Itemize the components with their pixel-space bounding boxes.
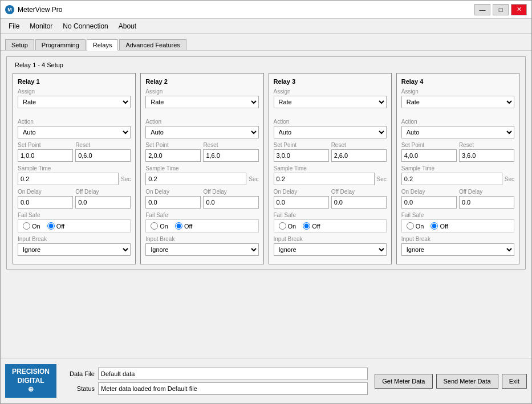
fail-safe-on-label-3[interactable]: On [279, 222, 297, 230]
off-delay-label-2: Off Delay [203, 189, 258, 195]
off-delay-col-1: Off Delay [75, 189, 131, 209]
footer-buttons: Get Meter Data Send Meter Data Exit [375, 374, 527, 389]
fail-safe-off-radio-2[interactable] [175, 222, 182, 230]
sample-time-input-2[interactable] [145, 173, 246, 185]
status-input[interactable] [98, 382, 368, 395]
assign-select-1[interactable]: Rate [18, 96, 131, 108]
window-title: MeterView Pro [18, 6, 62, 14]
reset-col-4: Reset [459, 142, 514, 162]
relay-setup-group: Relay 1 - 4 Setup Relay 1 Assign Rate Ac… [6, 56, 526, 270]
fail-safe-on-radio-3[interactable] [279, 222, 286, 230]
get-meter-data-button[interactable]: Get Meter Data [375, 374, 432, 389]
action-select-4[interactable]: Auto [401, 126, 514, 138]
tab-relays[interactable]: Relays [87, 39, 119, 51]
assign-select-4[interactable]: Rate [401, 96, 514, 108]
action-select-3[interactable]: Auto [274, 126, 387, 138]
off-delay-col-4: Off Delay [459, 189, 514, 209]
tab-setup[interactable]: Setup [5, 39, 34, 50]
logo-symbol: ⊕ [11, 385, 51, 394]
on-delay-input-1[interactable] [18, 196, 73, 209]
setpoint-input-4[interactable] [401, 149, 457, 162]
fail-safe-off-radio-1[interactable] [47, 222, 55, 230]
off-delay-col-3: Off Delay [331, 189, 387, 209]
input-break-select-3[interactable]: Ignore [274, 243, 387, 256]
fail-safe-on-radio-4[interactable] [407, 222, 414, 230]
setpoint-col-3: Set Point [274, 142, 329, 162]
off-delay-input-3[interactable] [331, 196, 387, 209]
sample-time-input-row-1: Sec [18, 173, 131, 185]
tab-advanced-features[interactable]: Advanced Features [119, 39, 186, 50]
setpoint-input-2[interactable] [145, 149, 201, 162]
on-delay-col-2: On Delay [145, 189, 201, 209]
sample-time-input-4[interactable] [401, 173, 502, 185]
off-delay-input-4[interactable] [459, 196, 514, 209]
delays-row-4: On Delay Off Delay [401, 189, 514, 209]
menu-about[interactable]: About [114, 21, 141, 31]
fail-safe-on-label-1[interactable]: On [23, 222, 40, 230]
relay-panel-4: Relay 4 Assign Rate Action Auto Set Poin… [396, 73, 519, 264]
fail-safe-options-1: On Off [18, 219, 131, 232]
on-delay-input-4[interactable] [401, 196, 457, 209]
on-delay-input-2[interactable] [145, 196, 201, 209]
title-bar-left: M MeterView Pro [5, 5, 62, 14]
setpoint-input-1[interactable] [18, 149, 73, 162]
relay-title-4: Relay 4 [401, 78, 514, 85]
fail-safe-off-label-2[interactable]: Off [175, 222, 192, 230]
reset-col-1: Reset [75, 142, 131, 162]
menu-monitor[interactable]: Monitor [25, 21, 57, 31]
fail-safe-off-label-1[interactable]: Off [47, 222, 64, 230]
reset-input-2[interactable] [203, 149, 258, 162]
fail-safe-on-label-4[interactable]: On [407, 222, 424, 230]
input-break-select-1[interactable]: Ignore [18, 243, 131, 256]
setpoint-label-4: Set Point [401, 142, 457, 148]
maximize-button[interactable]: □ [493, 4, 509, 15]
fail-safe-off-radio-3[interactable] [303, 222, 310, 230]
relay-title-3: Relay 3 [274, 78, 387, 85]
action-label-3: Action [274, 119, 387, 125]
input-break-select-2[interactable]: Ignore [145, 243, 258, 256]
fail-safe-off-label-4[interactable]: Off [431, 222, 448, 230]
fail-safe-on-radio-2[interactable] [151, 222, 158, 230]
reset-input-1[interactable] [75, 149, 131, 162]
close-button[interactable]: ✕ [511, 4, 527, 15]
off-delay-input-2[interactable] [203, 196, 258, 209]
sample-time-input-3[interactable] [274, 173, 375, 185]
tab-programming[interactable]: Programming [35, 39, 86, 50]
fail-safe-on-radio-1[interactable] [23, 222, 30, 230]
fail-safe-options-3: On Off [274, 219, 387, 232]
menu-file[interactable]: File [4, 21, 24, 31]
input-break-label-2: Input Break [145, 236, 258, 242]
input-break-label-1: Input Break [18, 236, 131, 242]
fail-safe-off-label-3[interactable]: Off [303, 222, 320, 230]
reset-label-2: Reset [203, 142, 258, 148]
reset-col-2: Reset [203, 142, 258, 162]
data-file-input[interactable] [98, 368, 368, 380]
setpoint-reset-row-1: Set Point Reset [18, 142, 131, 162]
action-select-1[interactable]: Auto [18, 126, 131, 138]
minimize-button[interactable]: — [474, 4, 490, 15]
sample-time-row-4: Sample Time Sec [401, 165, 514, 185]
assign-select-2[interactable]: Rate [145, 96, 258, 108]
setpoint-input-3[interactable] [274, 149, 329, 162]
input-break-select-4[interactable]: Ignore [401, 243, 514, 256]
title-bar-controls: — □ ✕ [474, 4, 527, 15]
exit-button[interactable]: Exit [502, 374, 527, 389]
sample-time-label-3: Sample Time [274, 165, 387, 172]
footer-fields: Data File Status [63, 368, 368, 395]
reset-input-4[interactable] [459, 149, 514, 162]
input-break-label-4: Input Break [401, 236, 514, 242]
action-select-2[interactable]: Auto [145, 126, 258, 138]
assign-select-3[interactable]: Rate [274, 96, 387, 108]
fail-safe-on-label-2[interactable]: On [151, 222, 168, 230]
data-file-row: Data File [63, 368, 368, 380]
relay-panel-3: Relay 3 Assign Rate Action Auto Set Poin… [269, 73, 392, 264]
assign-label-4: Assign [401, 88, 514, 95]
on-delay-input-3[interactable] [274, 196, 329, 209]
off-delay-input-1[interactable] [75, 196, 131, 209]
sample-time-input-1[interactable] [18, 173, 119, 185]
send-meter-data-button[interactable]: Send Meter Data [436, 374, 498, 389]
input-break-row-3: Input Break Ignore [274, 236, 387, 256]
reset-input-3[interactable] [331, 149, 387, 162]
menu-no-connection[interactable]: No Connection [58, 21, 112, 31]
fail-safe-off-radio-4[interactable] [431, 222, 438, 230]
